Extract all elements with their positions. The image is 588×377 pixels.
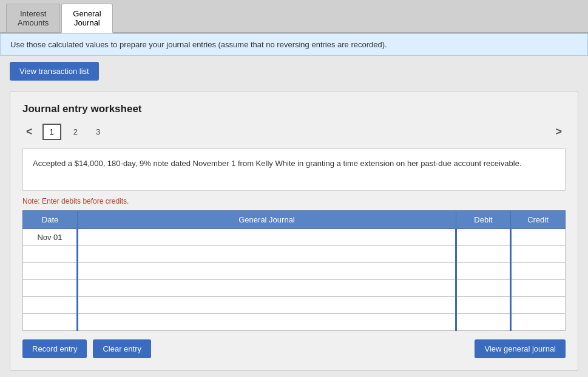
debit-credit-note: Note: Enter debits before credits. bbox=[22, 197, 566, 205]
input-credit-1[interactable] bbox=[512, 229, 565, 245]
cell-credit-5[interactable] bbox=[511, 297, 566, 314]
view-transaction-list-button[interactable]: View transaction list bbox=[10, 62, 99, 81]
cell-credit-2[interactable] bbox=[511, 246, 566, 263]
card-title: Journal entry worksheet bbox=[22, 103, 566, 115]
cell-credit-6[interactable] bbox=[511, 314, 566, 331]
page-1[interactable]: 1 bbox=[42, 124, 61, 140]
input-debit-1[interactable] bbox=[457, 229, 510, 245]
input-debit-2[interactable] bbox=[457, 246, 510, 262]
table-row bbox=[23, 263, 566, 280]
cell-journal-1[interactable] bbox=[78, 229, 456, 246]
input-journal-2[interactable] bbox=[78, 246, 455, 262]
cell-date-5 bbox=[23, 297, 78, 314]
cell-date-2 bbox=[23, 246, 78, 263]
input-credit-4[interactable] bbox=[512, 280, 565, 296]
cell-credit-3[interactable] bbox=[511, 263, 566, 280]
input-journal-3[interactable] bbox=[78, 263, 455, 279]
input-debit-3[interactable] bbox=[457, 263, 510, 279]
cell-date-4 bbox=[23, 280, 78, 297]
record-entry-button[interactable]: Record entry bbox=[22, 339, 87, 358]
input-credit-2[interactable] bbox=[512, 246, 565, 262]
cell-journal-3[interactable] bbox=[78, 263, 456, 280]
input-credit-5[interactable] bbox=[512, 297, 565, 313]
cell-journal-4[interactable] bbox=[78, 280, 456, 297]
col-header-debit: Debit bbox=[456, 211, 511, 229]
cell-debit-3[interactable] bbox=[456, 263, 511, 280]
input-credit-6[interactable] bbox=[512, 314, 565, 330]
cell-credit-4[interactable] bbox=[511, 280, 566, 297]
input-debit-6[interactable] bbox=[457, 314, 510, 330]
col-header-date: Date bbox=[23, 211, 78, 229]
cell-journal-2[interactable] bbox=[78, 246, 456, 263]
cell-debit-5[interactable] bbox=[456, 297, 511, 314]
table-row: Nov 01 bbox=[23, 229, 566, 246]
next-page-button[interactable]: > bbox=[552, 124, 566, 139]
action-buttons: Record entry Clear entry View general jo… bbox=[22, 339, 566, 358]
col-header-general-journal: General Journal bbox=[78, 211, 456, 229]
prev-page-button[interactable]: < bbox=[22, 124, 36, 139]
col-header-credit: Credit bbox=[511, 211, 566, 229]
input-journal-4[interactable] bbox=[78, 280, 455, 296]
cell-debit-4[interactable] bbox=[456, 280, 511, 297]
tab-interest[interactable]: Interest Amounts bbox=[6, 4, 60, 32]
journal-entry-card: Journal entry worksheet < 1 2 3 > Accept… bbox=[10, 92, 578, 371]
cell-date-1: Nov 01 bbox=[23, 229, 78, 246]
table-row bbox=[23, 280, 566, 297]
cell-debit-1[interactable] bbox=[456, 229, 511, 246]
toolbar: View transaction list bbox=[0, 56, 588, 87]
page-2[interactable]: 2 bbox=[67, 125, 84, 139]
table-row bbox=[23, 314, 566, 331]
page-nav: < 1 2 3 > bbox=[22, 124, 566, 140]
cell-date-3 bbox=[23, 263, 78, 280]
input-debit-5[interactable] bbox=[457, 297, 510, 313]
info-banner: Use those calculated values to prepare y… bbox=[0, 33, 588, 56]
cell-journal-5[interactable] bbox=[78, 297, 456, 314]
cell-debit-6[interactable] bbox=[456, 314, 511, 331]
page-3[interactable]: 3 bbox=[90, 125, 106, 139]
input-journal-5[interactable] bbox=[78, 297, 455, 313]
tab-general-journal[interactable]: General Journal bbox=[61, 4, 112, 33]
input-journal-1[interactable] bbox=[78, 229, 455, 245]
input-debit-4[interactable] bbox=[457, 280, 510, 296]
view-general-journal-button[interactable]: View general journal bbox=[475, 339, 566, 358]
entry-description: Accepted a $14,000, 180-day, 9% note dat… bbox=[22, 148, 566, 191]
input-journal-6[interactable] bbox=[78, 314, 455, 330]
table-row bbox=[23, 297, 566, 314]
tabs-bar: Interest Amounts General Journal bbox=[0, 0, 588, 33]
cell-date-6 bbox=[23, 314, 78, 331]
journal-table: Date General Journal Debit Credit Nov 01 bbox=[22, 210, 566, 331]
clear-entry-button[interactable]: Clear entry bbox=[93, 339, 151, 358]
input-credit-3[interactable] bbox=[512, 263, 565, 279]
cell-credit-1[interactable] bbox=[511, 229, 566, 246]
cell-debit-2[interactable] bbox=[456, 246, 511, 263]
table-row bbox=[23, 246, 566, 263]
cell-journal-6[interactable] bbox=[78, 314, 456, 331]
